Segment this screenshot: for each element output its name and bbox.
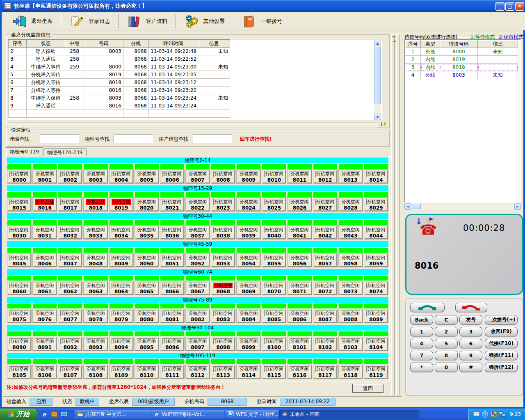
extension-button[interactable]: 分机空闲8014 (364, 170, 388, 183)
extension-cell[interactable]: 分机空闲8091 (33, 331, 57, 351)
mail-icon[interactable] (51, 411, 57, 418)
extension-cell[interactable]: 分机空闲8034 (110, 220, 133, 239)
waiting-row[interactable]: 2内线8019 (405, 56, 518, 64)
close-button[interactable]: ✕ (515, 2, 524, 11)
barge-in-button[interactable]: 强插(F11) (485, 351, 518, 360)
extension-cell[interactable]: 分机空闲8012 (313, 164, 337, 183)
extension-button[interactable]: 分机空闲8039 (237, 226, 260, 239)
extension-button[interactable]: 分机空闲8052 (186, 253, 210, 267)
extension-button[interactable]: 分机空闲8101 (288, 337, 311, 351)
extension-cell[interactable]: 分机空闲8082 (186, 304, 210, 323)
extension-cell[interactable]: 分机空闲8002 (58, 164, 82, 183)
extension-cell[interactable]: 分机空闲8086 (288, 304, 311, 323)
toolbar-item-customer[interactable]: 客户资料 (120, 13, 175, 30)
pickup-button[interactable]: 代接(F10) (485, 339, 518, 348)
extension-button[interactable]: 分机空闲8054 (237, 253, 260, 267)
extension-button[interactable]: 分机空闲8005 (135, 170, 159, 183)
extension-cell[interactable]: 分机空闲8024 (237, 192, 260, 211)
extension-cell[interactable]: 分机空闲8041 (288, 220, 311, 239)
extension-cell[interactable]: 分机空闲8011 (288, 164, 311, 183)
extension-cell[interactable]: 分机空闲8003 (84, 164, 107, 183)
extension-button[interactable]: 分机空闲8009 (237, 170, 260, 183)
extension-button[interactable]: 分机占线8016 (33, 198, 57, 211)
extension-cell[interactable]: 分机空闲8089 (364, 304, 388, 323)
extension-cell[interactable]: 分机空闲8007 (186, 164, 210, 183)
waiting-horizontal-scrollbar[interactable]: ◄ ► (404, 203, 521, 210)
extension-button[interactable]: 分机空闲8098 (211, 337, 235, 351)
extension-button[interactable]: 分机空闲8026 (288, 198, 311, 211)
extension-cell[interactable]: 分机空闲8042 (313, 220, 337, 239)
extension-cell[interactable]: 分机空闲8059 (364, 248, 388, 267)
extension-button[interactable]: 分机空闲8004 (110, 170, 133, 183)
extension-cell[interactable]: 分机空闲8058 (339, 248, 363, 267)
extension-button[interactable]: 分机空闲8119 (364, 365, 388, 379)
key-1[interactable]: 1 (410, 327, 433, 336)
extension-button[interactable]: 分机空闲8070 (262, 281, 286, 295)
extension-button[interactable]: 分机空闲8051 (160, 253, 184, 267)
extension-button[interactable]: 分机空闲8055 (262, 253, 286, 267)
extension-button[interactable]: 分机空闲8083 (211, 309, 235, 323)
table-row[interactable]: 4中继呼入等待2598000806811-03-14 09:23:00未知 (9, 63, 230, 71)
key-hash[interactable]: # (459, 363, 482, 372)
minimize-button[interactable]: _ (495, 2, 504, 11)
extension-button[interactable]: 分机空闲8113 (211, 365, 235, 379)
extension-button[interactable]: 分机空闲8012 (313, 170, 337, 183)
retrieve-button[interactable]: 收回(F9) (485, 327, 518, 336)
extension-button[interactable]: 分机空闲8096 (160, 337, 184, 351)
extension-button[interactable]: 分机空闲8059 (364, 253, 388, 267)
extension-cell[interactable]: 分机空闲8080 (135, 304, 159, 323)
extension-cell[interactable]: 分机空闲8030 (7, 220, 31, 239)
extension-cell[interactable]: 分机空闲8077 (58, 304, 82, 323)
extension-cell[interactable]: 分机空闲8006 (160, 164, 184, 183)
ie-icon[interactable]: e (41, 411, 48, 418)
extension-cell[interactable]: 分机空闲8037 (186, 220, 210, 239)
extension-cell[interactable]: 分机空闲8072 (313, 276, 337, 295)
extension-cell[interactable]: 分机空闲8104 (364, 331, 388, 351)
extension-cell[interactable]: 分机空闲8119 (364, 359, 388, 379)
extension-button[interactable]: 分机空闲8065 (135, 281, 159, 295)
extension-cell[interactable]: 分机空闲8048 (84, 248, 107, 267)
extension-button[interactable]: 分机空闲8116 (288, 365, 311, 379)
extension-button[interactable]: 分机空闲8067 (186, 281, 210, 295)
toolbar-item-dial[interactable]: 一键拨号 (235, 13, 290, 30)
extension-button[interactable]: 分机空闲8034 (110, 226, 133, 239)
extension-cell[interactable]: 分机空闲8015 (7, 192, 31, 211)
extension-button[interactable]: 分机占线8018 (84, 198, 107, 211)
extension-button[interactable]: 分机空闲8069 (237, 281, 260, 295)
extension-cell[interactable]: 分机空闲8062 (58, 276, 82, 295)
extension-cell[interactable]: 分机空闲8063 (84, 276, 107, 295)
extension-button[interactable]: 分机空闲8104 (364, 337, 388, 351)
extension-cell[interactable]: 分机空闲8052 (186, 248, 210, 267)
maximize-button[interactable]: □ (505, 2, 514, 11)
extension-button[interactable]: 分机空闲8091 (33, 337, 57, 351)
extension-cell[interactable]: 分机空闲8045 (7, 248, 31, 267)
extension-cell[interactable]: 分机空闲8097 (186, 331, 210, 351)
extension-button[interactable]: 分机空闲8022 (186, 198, 210, 211)
scroll-right-icon[interactable]: ► (514, 203, 521, 210)
extension-button[interactable]: 分机空闲8028 (339, 198, 363, 211)
waiting-row[interactable]: 3内线8018 (405, 64, 518, 71)
extension-cell[interactable]: 分机空闲8046 (33, 248, 57, 267)
extension-button[interactable]: 分机空闲8058 (339, 253, 363, 267)
extension-button[interactable]: 分机空闲8081 (160, 309, 184, 323)
taskbar-task-0[interactable]: 八国语音 中文语... (75, 410, 150, 419)
extension-button[interactable]: 分机空闲8043 (339, 226, 363, 239)
extension-cell[interactable]: 分机空闲8029 (364, 192, 388, 211)
toolbar-item-settings[interactable]: 其他设置 (177, 13, 232, 30)
extension-cell[interactable]: 分机空闲8101 (288, 331, 311, 351)
extension-cell[interactable]: 分机空闲8043 (339, 220, 363, 239)
extension-cell[interactable]: 分机空闲8074 (364, 276, 388, 295)
answer-button[interactable] (410, 303, 445, 312)
extension-cell[interactable]: 分机空闲8044 (364, 220, 388, 239)
extension-cell[interactable]: 分机空闲8001 (33, 164, 57, 183)
extension-cell[interactable]: 分机空闲8112 (186, 359, 210, 379)
desktop-icon[interactable] (61, 411, 67, 418)
extension-cell[interactable]: 分机空闲8100 (262, 331, 286, 351)
extension-button[interactable]: 分机空闲8027 (313, 198, 337, 211)
extension-cell[interactable]: 分机空闲8083 (211, 304, 235, 323)
splitter-bar[interactable] (396, 34, 399, 395)
extension-button[interactable]: 分机空闲8102 (313, 337, 337, 351)
toolbar-item-log[interactable]: 登录日志 (62, 13, 117, 30)
extension-cell[interactable]: 分机空闲8026 (288, 192, 311, 211)
extension-cell[interactable]: 分机空闲8021 (160, 192, 184, 211)
